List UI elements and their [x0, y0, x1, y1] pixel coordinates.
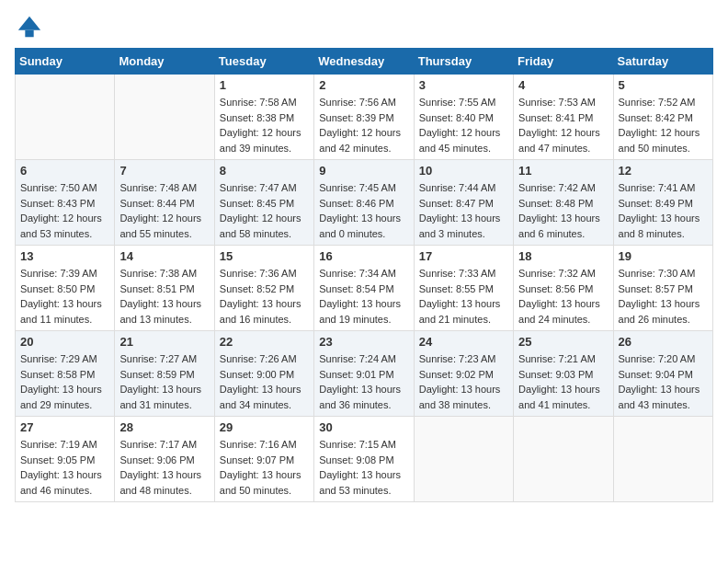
calendar-day-cell: 5Sunrise: 7:52 AMSunset: 8:42 PMDaylight… [613, 75, 712, 160]
day-info: Sunrise: 7:45 AMSunset: 8:46 PMDaylight:… [319, 180, 408, 241]
svg-rect-1 [25, 30, 33, 37]
calendar-day-cell: 22Sunrise: 7:26 AMSunset: 9:00 PMDayligh… [214, 331, 313, 417]
day-number: 18 [518, 249, 608, 263]
day-number: 20 [20, 335, 109, 349]
day-info: Sunrise: 7:44 AMSunset: 8:47 PMDaylight:… [419, 180, 508, 241]
day-info: Sunrise: 7:17 AMSunset: 9:06 PMDaylight:… [119, 437, 209, 498]
day-info: Sunrise: 7:21 AMSunset: 9:03 PMDaylight:… [518, 351, 608, 412]
calendar-day-cell: 21Sunrise: 7:27 AMSunset: 8:59 PMDayligh… [115, 331, 214, 417]
page-header [15, 15, 713, 40]
day-number: 16 [319, 249, 408, 263]
calendar-day-cell: 23Sunrise: 7:24 AMSunset: 9:01 PMDayligh… [314, 331, 414, 417]
weekday-header: Monday [115, 49, 214, 75]
calendar-header-row: SundayMondayTuesdayWednesdayThursdayFrid… [16, 49, 713, 75]
calendar-day-cell: 19Sunrise: 7:30 AMSunset: 8:57 PMDayligh… [613, 246, 712, 331]
day-info: Sunrise: 7:58 AMSunset: 8:38 PMDaylight:… [220, 95, 309, 155]
svg-marker-0 [18, 17, 40, 30]
day-number: 21 [119, 335, 209, 349]
day-info: Sunrise: 7:33 AMSunset: 8:55 PMDaylight:… [419, 266, 508, 327]
day-number: 29 [220, 420, 309, 434]
day-info: Sunrise: 7:29 AMSunset: 8:58 PMDaylight:… [20, 351, 109, 412]
calendar-day-cell: 4Sunrise: 7:53 AMSunset: 8:41 PMDaylight… [514, 75, 613, 160]
calendar-week-row: 1Sunrise: 7:58 AMSunset: 8:38 PMDaylight… [16, 75, 713, 160]
calendar-day-cell [16, 75, 115, 160]
calendar-day-cell [414, 417, 513, 502]
day-info: Sunrise: 7:47 AMSunset: 8:45 PMDaylight:… [220, 180, 309, 241]
day-number: 23 [319, 335, 408, 349]
weekday-header: Wednesday [314, 49, 414, 75]
calendar-day-cell: 1Sunrise: 7:58 AMSunset: 8:38 PMDaylight… [214, 75, 313, 160]
day-info: Sunrise: 7:39 AMSunset: 8:50 PMDaylight:… [20, 266, 109, 327]
day-number: 24 [419, 335, 508, 349]
calendar-day-cell: 18Sunrise: 7:32 AMSunset: 8:56 PMDayligh… [514, 246, 613, 331]
day-number: 4 [518, 78, 608, 92]
calendar-day-cell: 30Sunrise: 7:15 AMSunset: 9:08 PMDayligh… [314, 417, 414, 502]
calendar-day-cell: 20Sunrise: 7:29 AMSunset: 8:58 PMDayligh… [16, 331, 115, 417]
calendar-day-cell: 25Sunrise: 7:21 AMSunset: 9:03 PMDayligh… [514, 331, 613, 417]
calendar-day-cell: 17Sunrise: 7:33 AMSunset: 8:55 PMDayligh… [414, 246, 513, 331]
day-number: 25 [518, 335, 608, 349]
day-number: 17 [419, 249, 508, 263]
calendar-day-cell: 6Sunrise: 7:50 AMSunset: 8:43 PMDaylight… [16, 160, 115, 246]
calendar-day-cell: 16Sunrise: 7:34 AMSunset: 8:54 PMDayligh… [314, 246, 414, 331]
logo-icon [17, 15, 42, 40]
calendar-day-cell: 14Sunrise: 7:38 AMSunset: 8:51 PMDayligh… [115, 246, 214, 331]
day-number: 2 [319, 78, 408, 92]
calendar-day-cell: 26Sunrise: 7:20 AMSunset: 9:04 PMDayligh… [613, 331, 712, 417]
day-info: Sunrise: 7:56 AMSunset: 8:39 PMDaylight:… [319, 95, 408, 155]
day-number: 19 [619, 249, 708, 263]
day-number: 11 [518, 164, 608, 178]
day-info: Sunrise: 7:24 AMSunset: 9:01 PMDaylight:… [319, 351, 408, 412]
calendar-day-cell: 9Sunrise: 7:45 AMSunset: 8:46 PMDaylight… [314, 160, 414, 246]
day-info: Sunrise: 7:53 AMSunset: 8:41 PMDaylight:… [518, 95, 608, 155]
calendar-day-cell: 2Sunrise: 7:56 AMSunset: 8:39 PMDaylight… [314, 75, 414, 160]
day-info: Sunrise: 7:16 AMSunset: 9:07 PMDaylight:… [220, 437, 309, 498]
day-number: 22 [220, 335, 309, 349]
day-number: 14 [119, 249, 209, 263]
day-info: Sunrise: 7:19 AMSunset: 9:05 PMDaylight:… [20, 437, 109, 498]
calendar-day-cell [115, 75, 214, 160]
calendar-week-row: 27Sunrise: 7:19 AMSunset: 9:05 PMDayligh… [16, 417, 713, 502]
calendar-day-cell: 8Sunrise: 7:47 AMSunset: 8:45 PMDaylight… [214, 160, 313, 246]
day-info: Sunrise: 7:32 AMSunset: 8:56 PMDaylight:… [518, 266, 608, 327]
day-info: Sunrise: 7:27 AMSunset: 8:59 PMDaylight:… [119, 351, 209, 412]
calendar-week-row: 20Sunrise: 7:29 AMSunset: 8:58 PMDayligh… [16, 331, 713, 417]
day-number: 26 [619, 335, 708, 349]
calendar-day-cell: 24Sunrise: 7:23 AMSunset: 9:02 PMDayligh… [414, 331, 513, 417]
day-info: Sunrise: 7:34 AMSunset: 8:54 PMDaylight:… [319, 266, 408, 327]
day-info: Sunrise: 7:26 AMSunset: 9:00 PMDaylight:… [220, 351, 309, 412]
day-number: 8 [220, 164, 309, 178]
weekday-header: Sunday [16, 49, 115, 75]
weekday-header: Tuesday [214, 49, 313, 75]
day-info: Sunrise: 7:15 AMSunset: 9:08 PMDaylight:… [319, 437, 408, 498]
weekday-header: Saturday [613, 49, 712, 75]
day-number: 1 [220, 78, 309, 92]
day-info: Sunrise: 7:30 AMSunset: 8:57 PMDaylight:… [619, 266, 708, 327]
day-number: 3 [419, 78, 508, 92]
day-number: 28 [119, 420, 209, 434]
day-info: Sunrise: 7:20 AMSunset: 9:04 PMDaylight:… [619, 351, 708, 412]
day-info: Sunrise: 7:42 AMSunset: 8:48 PMDaylight:… [518, 180, 608, 241]
day-number: 30 [319, 420, 408, 434]
calendar-day-cell: 27Sunrise: 7:19 AMSunset: 9:05 PMDayligh… [16, 417, 115, 502]
day-number: 27 [20, 420, 109, 434]
day-number: 13 [20, 249, 109, 263]
day-number: 12 [619, 164, 708, 178]
calendar-week-row: 6Sunrise: 7:50 AMSunset: 8:43 PMDaylight… [16, 160, 713, 246]
day-info: Sunrise: 7:23 AMSunset: 9:02 PMDaylight:… [419, 351, 508, 412]
calendar-day-cell: 15Sunrise: 7:36 AMSunset: 8:52 PMDayligh… [214, 246, 313, 331]
calendar-day-cell: 11Sunrise: 7:42 AMSunset: 8:48 PMDayligh… [514, 160, 613, 246]
day-number: 5 [619, 78, 708, 92]
day-number: 10 [419, 164, 508, 178]
calendar-day-cell: 3Sunrise: 7:55 AMSunset: 8:40 PMDaylight… [414, 75, 513, 160]
calendar-day-cell: 13Sunrise: 7:39 AMSunset: 8:50 PMDayligh… [16, 246, 115, 331]
day-info: Sunrise: 7:41 AMSunset: 8:49 PMDaylight:… [619, 180, 708, 241]
calendar-day-cell: 29Sunrise: 7:16 AMSunset: 9:07 PMDayligh… [214, 417, 313, 502]
calendar-table: SundayMondayTuesdayWednesdayThursdayFrid… [15, 48, 713, 502]
calendar-day-cell [514, 417, 613, 502]
calendar-day-cell: 10Sunrise: 7:44 AMSunset: 8:47 PMDayligh… [414, 160, 513, 246]
day-number: 9 [319, 164, 408, 178]
day-info: Sunrise: 7:48 AMSunset: 8:44 PMDaylight:… [119, 180, 209, 241]
calendar-day-cell: 28Sunrise: 7:17 AMSunset: 9:06 PMDayligh… [115, 417, 214, 502]
day-number: 7 [119, 164, 209, 178]
